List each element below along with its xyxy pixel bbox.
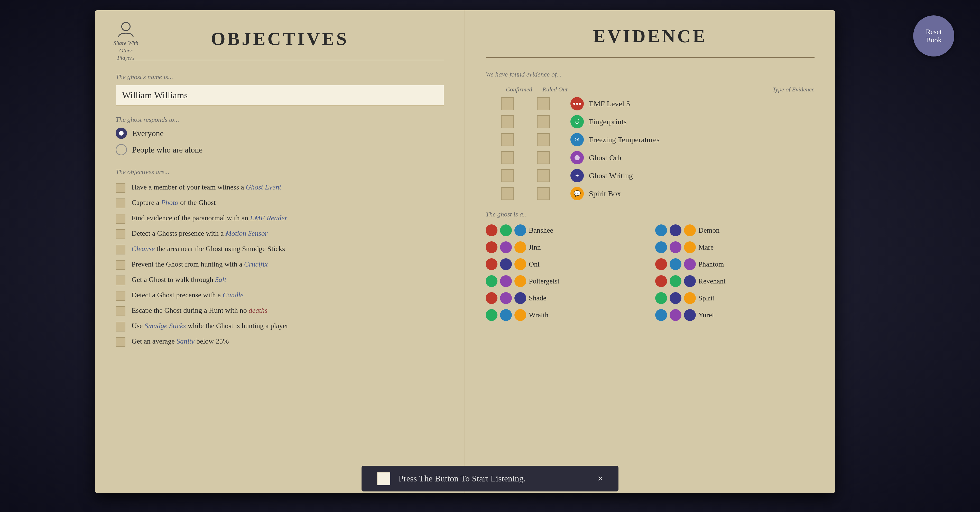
obj-checkbox-7[interactable] [116, 276, 126, 285]
oni-icon-3 [514, 258, 526, 270]
shade-icon-2 [500, 292, 512, 304]
yurei-icon-2 [670, 309, 681, 321]
wraith-icon-3 [514, 309, 526, 321]
evidence-row-freeze: ❄ Freezing Temperatures [486, 133, 815, 146]
obj-checkbox-6[interactable] [116, 260, 126, 270]
objective-7: Get a Ghost to walk through Salt [116, 274, 444, 285]
title-divider [116, 60, 444, 60]
radio-alone-circle[interactable] [116, 144, 127, 155]
ev-confirmed-fingerprints[interactable] [501, 115, 514, 128]
shade-icon-3 [514, 292, 526, 304]
mare-icon-2 [670, 241, 681, 253]
emf-icon [570, 97, 584, 110]
spiritbox-icon: 💬 [570, 187, 584, 200]
ghost-responds-label: The ghost responds to... [116, 116, 444, 124]
writing-icon: ✦ [570, 169, 584, 182]
obj-text-8: Detect a Ghost precense with a Candle [132, 290, 243, 300]
objective-9: Escape the Ghost during a Hunt with no d… [116, 305, 444, 316]
bottom-close-button[interactable]: × [598, 473, 603, 484]
mare-icon-1 [655, 241, 667, 253]
share-with-players-button[interactable]: Share With Other Players [110, 21, 141, 62]
phantom-icon-2 [670, 258, 681, 270]
fingerprints-label: Fingerprints [589, 117, 815, 126]
highlight-deaths: deaths [249, 306, 267, 314]
poltergeist-icon-1 [486, 275, 498, 287]
ghost-name-input[interactable] [116, 85, 444, 106]
ev-confirmed-orb[interactable] [501, 151, 514, 164]
highlight-cleanse: Cleanse [132, 245, 155, 253]
ev-confirmed-freeze[interactable] [501, 133, 514, 146]
obj-checkbox-2[interactable] [116, 198, 126, 208]
obj-text-11: Get an average Sanity below 25% [132, 336, 229, 346]
obj-checkbox-3[interactable] [116, 214, 126, 224]
radio-alone[interactable]: People who are alone [116, 144, 444, 155]
obj-checkbox-4[interactable] [116, 229, 126, 239]
phantom-icon-1 [655, 258, 667, 270]
objective-5: Cleanse the area near the Ghost using Sm… [116, 244, 444, 254]
ev-ruledout-freeze[interactable] [537, 133, 550, 146]
demon-icon-2 [670, 224, 681, 236]
ghost-yurei: Yurei [655, 309, 815, 321]
ev-ruledout-orb[interactable] [537, 151, 550, 164]
jinn-icon-2 [500, 241, 512, 253]
ev-ruledout-emf[interactable] [537, 97, 550, 110]
yurei-icon-1 [655, 309, 667, 321]
radio-everyone-label: Everyone [132, 128, 164, 138]
obj-text-10: Use Smudge Sticks while the Ghost is hun… [132, 321, 288, 331]
banshee-icon-3 [514, 224, 526, 236]
evidence-header: Confirmed Ruled Out Type of Evidence [486, 86, 815, 93]
spirit-icon-1 [655, 292, 667, 304]
bottom-listening-bar: Press The Button To Start Listening. × [361, 466, 619, 491]
ghost-oni: Oni [486, 258, 645, 270]
type-header: Type of Evidence [573, 86, 815, 93]
obj-text-7: Get a Ghost to walk through Salt [132, 274, 226, 284]
ghost-spirit: Spirit [655, 292, 815, 304]
reset-book-button[interactable]: ResetBook [913, 16, 954, 57]
poltergeist-icon-3 [514, 275, 526, 287]
revenant-name: Revenant [698, 277, 740, 285]
oni-name: Oni [529, 260, 570, 268]
ghost-demon: Demon [655, 224, 815, 236]
demon-icon-1 [655, 224, 667, 236]
objective-8: Detect a Ghost precense with a Candle [116, 290, 444, 301]
obj-checkbox-1[interactable] [116, 183, 126, 193]
obj-checkbox-5[interactable] [116, 245, 126, 254]
orb-label: Ghost Orb [589, 153, 815, 162]
freeze-icon: ❄ [570, 133, 584, 146]
poltergeist-icon-2 [500, 275, 512, 287]
wraith-icon-1 [486, 309, 498, 321]
ev-confirmed-writing[interactable] [501, 169, 514, 182]
ev-ruledout-writing[interactable] [537, 169, 550, 182]
ghost-wraith: Wraith [486, 309, 645, 321]
demon-name: Demon [698, 226, 740, 235]
evidence-divider [486, 57, 815, 58]
obj-checkbox-11[interactable] [116, 337, 126, 347]
ghost-banshee: Banshee [486, 224, 645, 236]
ghost-poltergeist: Poltergeist [486, 275, 645, 287]
freeze-label: Freezing Temperatures [589, 135, 815, 144]
ev-confirmed-emf[interactable] [501, 97, 514, 110]
phantom-icon-3 [684, 258, 696, 270]
obj-text-5: Cleanse the area near the Ghost using Sm… [132, 244, 285, 254]
obj-text-6: Prevent the Ghost from hunting with a Cr… [132, 259, 268, 269]
radio-everyone-circle[interactable] [116, 128, 127, 139]
evidence-row-writing: ✦ Ghost Writing [486, 169, 815, 182]
radio-everyone[interactable]: Everyone [116, 128, 444, 139]
listening-checkbox[interactable] [377, 472, 390, 485]
objective-3: Find evidence of the paranormal with an … [116, 213, 444, 224]
obj-checkbox-8[interactable] [116, 291, 126, 301]
objective-6: Prevent the Ghost from hunting with a Cr… [116, 259, 444, 270]
jinn-name: Jinn [529, 243, 570, 251]
radio-alone-label: People who are alone [132, 145, 203, 155]
book: Share With Other Players OBJECTIVES The … [95, 10, 835, 493]
shade-icon-1 [486, 292, 498, 304]
spirit-icon-2 [670, 292, 681, 304]
highlight-candle: Candle [223, 291, 243, 299]
banshee-icon-2 [500, 224, 512, 236]
ev-ruledout-fingerprints[interactable] [537, 115, 550, 128]
ev-confirmed-spiritbox[interactable] [501, 187, 514, 200]
evidence-title: EVIDENCE [486, 26, 815, 47]
ev-ruledout-spiritbox[interactable] [537, 187, 550, 200]
obj-checkbox-9[interactable] [116, 306, 126, 316]
obj-checkbox-10[interactable] [116, 322, 126, 331]
